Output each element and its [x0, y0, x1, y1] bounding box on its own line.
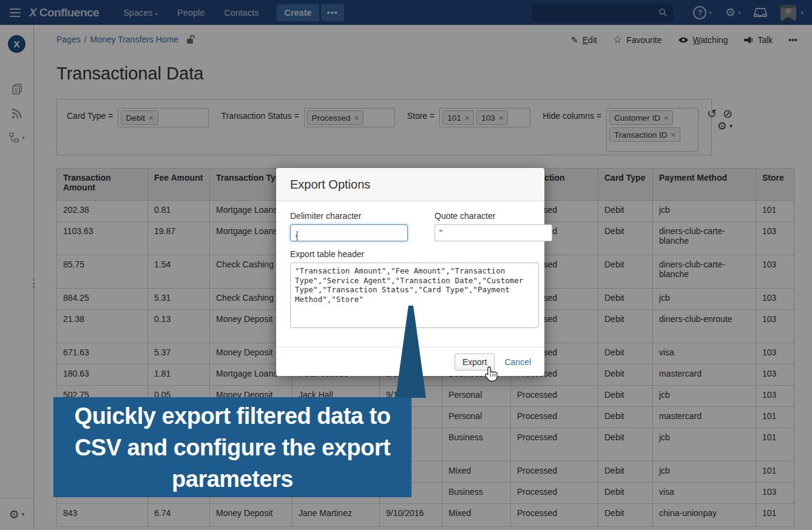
export-header-label: Export table header — [290, 249, 530, 259]
export-options-dialog: Export Options Delimiter character Quote… — [276, 168, 544, 376]
export-header-textarea[interactable]: "Transaction Amount","Fee Amount","Trans… — [290, 263, 539, 328]
dialog-header: Export Options — [276, 168, 544, 201]
text-caret — [297, 231, 297, 241]
quote-input[interactable] — [435, 224, 552, 241]
dialog-footer: Export Cancel — [276, 347, 544, 376]
dialog-title: Export Options — [290, 178, 370, 192]
export-button[interactable]: Export — [455, 354, 495, 371]
annotation-caption: Quickly export filtered data to CSV and … — [53, 397, 411, 497]
cancel-link[interactable]: Cancel — [504, 357, 531, 367]
delimiter-input[interactable] — [290, 224, 408, 241]
delimiter-label: Delimiter character — [290, 211, 408, 221]
quote-label: Quote character — [435, 211, 552, 221]
